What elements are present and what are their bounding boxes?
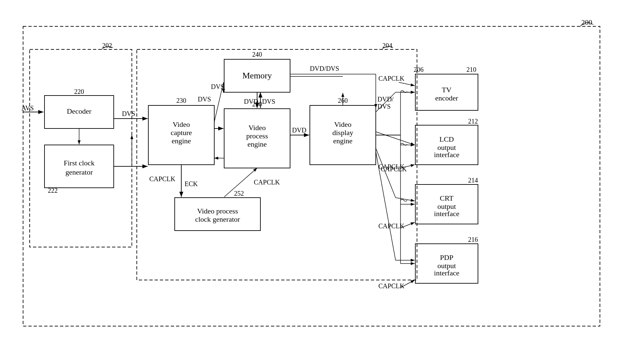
svg-line-38 [396,198,415,201]
dvs-label3: DVS [211,83,224,90]
capclk-pdp: CAPCLK [378,282,404,290]
vpc-gen-line2: clock generator [195,215,240,223]
ref206-label: 206 [414,66,424,73]
video-process-line3: engine [248,140,267,148]
memory-label: Memory [242,71,272,80]
svg-rect-3 [30,49,132,247]
dvddvs-label1: DVD/DVS [310,65,339,72]
capclk-tv: CAPCLK [378,75,404,82]
video-display-line2: display [332,128,353,137]
first-clock-line2: generator [65,168,93,176]
vpc-gen-line1: Video process [197,207,238,215]
video-capture-line2: capture [171,128,192,137]
svg-line-35 [376,132,415,145]
svg-line-34 [399,82,415,86]
crt-line1: CRT [440,194,454,202]
lcd-line1: LCD [439,135,454,143]
ref214-label: 214 [468,177,478,184]
video-capture-line3: engine [172,137,191,145]
ref212-label: 212 [468,118,478,125]
pdp-line3: interface [434,269,460,277]
dvs-label1: DVS [122,110,135,117]
ref200-label: 200 [581,18,592,26]
video-process-line2: process [246,132,268,140]
capclk-label2: CAPCLK [254,179,280,186]
diagram-container: 200 202 204 Decoder 220 First clock gene… [20,16,603,339]
ref230-label: 230 [176,97,186,104]
lcd-line3: interface [434,151,460,159]
dvs-label2: DVS [198,96,211,103]
crt-line3: interface [434,210,460,218]
eck-label: ECK [185,180,198,187]
ref216-label: 216 [468,236,478,243]
dvs-mem-vpe: DVS [262,98,275,105]
tv-encoder-line1: TV [442,86,451,94]
video-capture-line1: Video [173,120,190,128]
dvd-label1: DVD [292,126,306,134]
capclk-label1: CAPCLK [149,175,175,182]
ref210-label: 210 [466,66,476,73]
video-process-line1: Video [249,124,266,132]
avs-label: AVS [21,104,34,112]
ref220-label: 220 [74,88,84,95]
ref240-label: 240 [252,51,262,58]
tv-encoder-line2: encoder [435,94,458,102]
ref222-label: 222 [48,187,58,194]
dvd-mem-vpe: DVD [244,98,258,105]
decoder-label: Decoder [67,107,92,115]
ref252-label: 252 [234,190,244,197]
pdp-line1: PDP [440,253,453,262]
svg-line-37 [376,148,396,198]
video-display-line3: engine [333,137,353,145]
first-clock-line1: First clock [64,159,95,167]
video-display-line1: Video [334,120,351,128]
